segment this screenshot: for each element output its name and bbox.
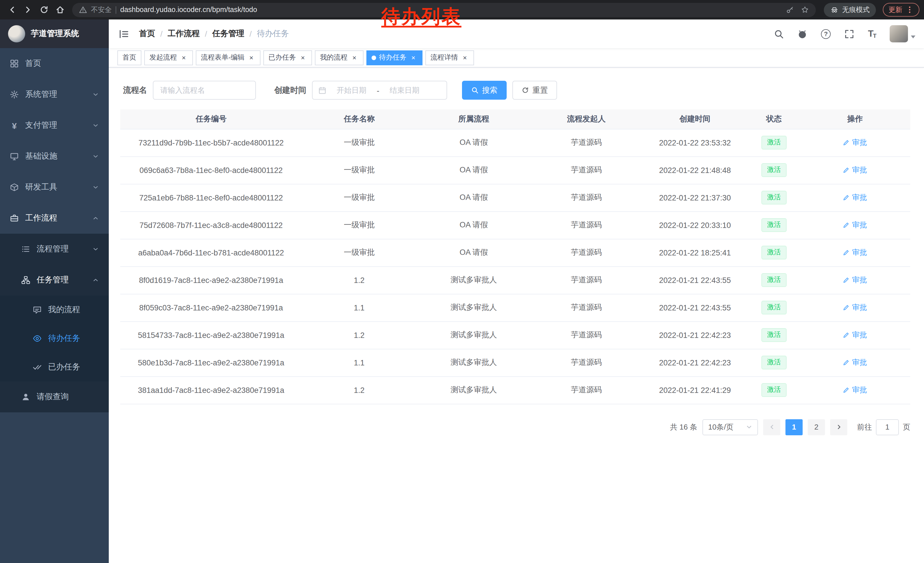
search-button[interactable]: 搜索 (462, 81, 507, 100)
page-size-select[interactable]: 10条/页 (702, 419, 758, 435)
sidebar-item-leave-query[interactable]: 请假查询 (0, 381, 109, 412)
approve-button[interactable]: 审批 (843, 302, 867, 313)
bookmark-star-icon[interactable] (801, 6, 809, 14)
breadcrumb-home[interactable]: 首页 (139, 29, 155, 39)
approve-button-label: 审批 (852, 385, 867, 395)
cell-actions: 审批 (800, 129, 910, 156)
approve-button[interactable]: 审批 (843, 275, 867, 285)
search-icon[interactable] (774, 29, 784, 39)
sidebar-item-payment[interactable]: ¥ 支付管理 (0, 110, 109, 141)
cell-created: 2022-01-22 23:53:32 (642, 129, 748, 156)
end-date-input[interactable] (383, 86, 426, 95)
app-logo[interactable]: 芋道管理系统 (0, 20, 109, 48)
close-tab-icon[interactable]: × (410, 54, 417, 62)
approve-button[interactable]: 审批 (843, 385, 867, 395)
breadcrumb-task-management[interactable]: 任务管理 (212, 29, 244, 39)
password-key-icon[interactable] (786, 6, 794, 14)
sidebar-item-devtools[interactable]: 研发工具 (0, 172, 109, 203)
browser-update-button[interactable]: 更新 (883, 3, 920, 17)
list-icon (21, 245, 30, 254)
tab-process-form-edit[interactable]: 流程表单-编辑 × (196, 50, 261, 65)
edit-pen-icon (843, 139, 850, 146)
cell-status: 激活 (748, 349, 800, 376)
approve-button[interactable]: 审批 (843, 357, 867, 368)
help-icon[interactable]: ? (821, 29, 831, 39)
approve-button[interactable]: 审批 (843, 220, 867, 230)
cell-initiator: 芋道源码 (531, 294, 642, 321)
goto-unit-label: 页 (903, 422, 910, 432)
next-page-button[interactable] (830, 419, 847, 435)
close-tab-icon[interactable]: × (461, 54, 469, 62)
sidebar-item-task-management[interactable]: 任务管理 (0, 264, 109, 296)
status-badge: 激活 (761, 163, 787, 177)
close-tab-icon[interactable]: × (350, 54, 358, 62)
tab-start-process[interactable]: 发起流程 × (144, 50, 193, 65)
edit-pen-icon (843, 332, 850, 338)
tab-home[interactable]: 首页 (117, 50, 141, 65)
close-tab-icon[interactable]: × (248, 54, 255, 62)
process-name-input[interactable] (160, 86, 249, 95)
close-tab-icon[interactable]: × (180, 54, 188, 62)
start-date-input[interactable] (330, 86, 373, 95)
sidebar-item-infrastructure[interactable]: 基础设施 (0, 141, 109, 172)
sidebar-item-workflow[interactable]: 工作流程 (0, 203, 109, 234)
status-badge: 激活 (761, 246, 787, 259)
close-tab-icon[interactable]: × (299, 54, 307, 62)
table-header-row: 任务编号 任务名称 所属流程 流程发起人 创建时间 状态 操作 (120, 110, 910, 129)
approve-button[interactable]: 审批 (843, 248, 867, 258)
cell-status: 激活 (748, 321, 800, 349)
goto-page-input[interactable] (876, 419, 899, 435)
user-menu[interactable] (890, 25, 915, 42)
page-button-1[interactable]: 1 (786, 419, 802, 435)
font-size-icon[interactable]: TT (868, 29, 876, 39)
reset-button[interactable]: 重置 (512, 81, 557, 100)
cell-created: 2022-01-22 20:33:10 (642, 211, 748, 239)
edit-pen-icon (843, 249, 850, 256)
browser-home-button[interactable] (52, 2, 68, 17)
sidebar-item-process-management[interactable]: 流程管理 (0, 234, 109, 264)
sidebar-item-label: 我的流程 (48, 305, 80, 315)
cell-status: 激活 (748, 376, 800, 404)
todo-task-table: 任务编号 任务名称 所属流程 流程发起人 创建时间 状态 操作 73211d9d… (120, 110, 910, 404)
cell-initiator: 芋道源码 (531, 184, 642, 211)
chevron-down-icon (746, 424, 752, 430)
avatar[interactable] (890, 25, 908, 42)
approve-button[interactable]: 审批 (843, 192, 867, 203)
tab-my-process[interactable]: 我的流程 × (315, 50, 363, 65)
tab-todo-task[interactable]: 待办任务 × (366, 50, 423, 65)
sidebar-item-my-process[interactable]: 我的流程 (0, 296, 109, 324)
prev-page-button[interactable] (763, 419, 780, 435)
tab-process-detail[interactable]: 流程详情 × (425, 50, 474, 65)
approve-button[interactable]: 审批 (843, 137, 867, 148)
browser-menu-icon[interactable] (906, 6, 914, 14)
browser-forward-button[interactable] (21, 2, 36, 17)
update-label[interactable]: 更新 (888, 5, 902, 15)
approve-button[interactable]: 审批 (843, 330, 867, 340)
sidebar-item-done-task[interactable]: 已办任务 (0, 353, 109, 381)
security-label[interactable]: 不安全 (91, 5, 112, 15)
browser-back-button[interactable] (4, 2, 20, 17)
breadcrumb-workflow[interactable]: 工作流程 (168, 29, 200, 39)
monitor-icon (10, 152, 19, 161)
cell-status: 激活 (748, 184, 800, 211)
github-icon[interactable] (798, 29, 807, 39)
fullscreen-icon[interactable] (844, 29, 854, 39)
edit-pen-icon (843, 194, 850, 201)
security-warning-icon[interactable] (79, 6, 87, 14)
sidebar-item-todo-task[interactable]: 待办任务 (0, 324, 109, 353)
approve-button[interactable]: 审批 (843, 165, 867, 175)
filter-bar: 流程名 创建时间 - 搜索 (120, 77, 910, 110)
table-row: 381aa1dd-7ac8-11ec-a9e2-a2380e71991a 1.2… (120, 376, 910, 404)
status-badge: 激活 (761, 383, 787, 396)
sidebar-collapse-icon[interactable] (117, 27, 130, 40)
tab-label: 首页 (123, 53, 136, 62)
url-text[interactable]: dashboard.yudao.iocoder.cn/bpm/task/todo (120, 6, 257, 14)
page-button-2[interactable]: 2 (808, 419, 825, 435)
sidebar-item-system[interactable]: 系统管理 (0, 79, 109, 110)
date-range-picker[interactable]: - (312, 81, 447, 100)
tab-done-task[interactable]: 已办任务 × (263, 50, 312, 65)
cell-task-name: 1.2 (302, 376, 417, 404)
breadcrumb-separator: / (205, 29, 207, 38)
browser-reload-button[interactable] (37, 2, 51, 17)
sidebar-item-home[interactable]: 首页 (0, 48, 109, 79)
